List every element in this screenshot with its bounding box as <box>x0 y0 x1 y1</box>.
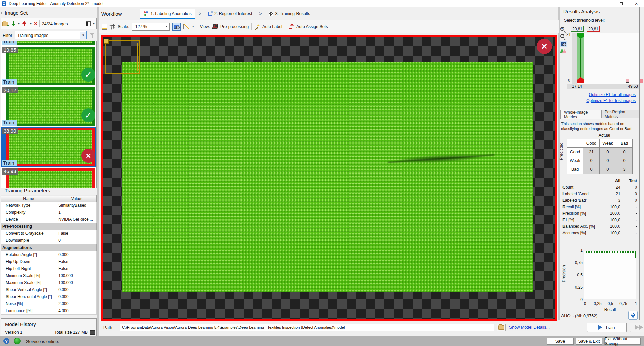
train-button[interactable]: Train <box>587 323 627 332</box>
scale-combobox[interactable]: 127 % ▼ <box>132 23 170 31</box>
confusion-cell: 0 <box>600 148 616 156</box>
bad-sample-marker-selected[interactable] <box>626 79 629 83</box>
close-button[interactable]: ✕ <box>629 0 644 7</box>
fit-chart-button[interactable] <box>560 41 567 47</box>
param-row: Flip Left-RightFalse <box>1 265 97 272</box>
param-value[interactable]: False <box>56 265 97 272</box>
chevron-down-icon[interactable]: ▼ <box>165 25 168 28</box>
fabric-image[interactable] <box>122 62 533 292</box>
browse-folder-button[interactable] <box>497 324 506 331</box>
param-value[interactable]: 0.000 <box>56 286 97 293</box>
image-thumbnail[interactable]: Train <box>1 41 96 46</box>
crop-grid-icon[interactable] <box>109 24 115 29</box>
param-value[interactable]: 0.000 <box>56 293 97 300</box>
training-parameters-table: Name Value Network TypeSimilarityBasedCo… <box>1 195 97 315</box>
param-value[interactable]: 0 <box>56 237 97 244</box>
param-value[interactable]: 2.000 <box>56 300 97 307</box>
param-value[interactable]: SimilarityBased <box>56 202 97 209</box>
path-input[interactable] <box>120 324 494 331</box>
param-value[interactable]: False <box>56 258 97 265</box>
help-icon[interactable]: ? <box>3 338 9 344</box>
maximize-button[interactable] <box>613 0 629 7</box>
model-total-size: Total size 127 MB <box>54 330 88 335</box>
image-thumbnail[interactable]: 38,90Train× <box>1 127 96 167</box>
zoom-out-icon[interactable]: − <box>560 34 566 40</box>
resume-button[interactable]: Resume <box>630 323 644 332</box>
threshold-handle-bottom[interactable] <box>577 77 584 83</box>
selection-handle[interactable] <box>104 39 109 44</box>
tab-labeling-anomalies[interactable]: 1. Labeling Anomalies <box>140 9 195 19</box>
metric-value-test: 0 <box>620 192 637 196</box>
filter-select[interactable]: Training images ▼ <box>15 31 87 39</box>
report-icon[interactable] <box>102 24 107 30</box>
save-button[interactable]: Save <box>547 338 574 345</box>
param-value[interactable]: NVIDIA GeForce ... <box>56 216 97 223</box>
thumbnail-image <box>6 87 95 126</box>
save-and-exit-button[interactable]: Save & Exit <box>576 338 602 345</box>
chevron-right-icon: > <box>199 11 201 16</box>
chevron-right-icon: > <box>259 11 262 16</box>
param-name: Flip Left-Right <box>1 265 56 272</box>
tab-per-region-metrics[interactable]: Per-Region Metrics <box>601 110 639 118</box>
chart-settings-button[interactable] <box>628 311 638 320</box>
filter-funnel-icon[interactable] <box>89 33 95 38</box>
thumbnail-list[interactable]: Train19,85Train✓20,12Train✓38,90Train×46… <box>1 41 97 188</box>
results-analysis-title: Results Analysis <box>563 9 600 14</box>
fit-image-icon <box>174 25 179 29</box>
tab-region-of-interest[interactable]: 2. Region of Interest <box>205 9 256 19</box>
magic-wand-icon[interactable] <box>254 24 260 29</box>
optimize-f1-test-link[interactable]: Optimize F1 for test images <box>586 98 636 103</box>
param-value[interactable]: 100.000 <box>56 279 97 286</box>
add-images-icon[interactable] <box>2 22 8 26</box>
threshold-plot-area[interactable] <box>572 33 639 84</box>
param-row: Luminance [%]4.000 <box>1 307 97 315</box>
metric-value-test: - <box>620 224 637 229</box>
selection-rectangle[interactable] <box>105 40 140 74</box>
threshold-red-value: 20,81 <box>587 26 600 32</box>
image-canvas[interactable]: × <box>101 35 557 321</box>
export-icon[interactable] <box>22 21 28 26</box>
export-dropdown-icon[interactable]: ▼ <box>30 23 32 25</box>
preprocessing-icon[interactable] <box>212 24 218 29</box>
auto-label-button[interactable]: Auto Label <box>262 24 282 29</box>
exit-without-saving-button[interactable]: Exit Without Saving <box>604 338 641 345</box>
image-thumbnail[interactable]: 46,93 <box>1 167 96 182</box>
auto-assign-sets-button[interactable]: Auto Assign Sets <box>296 24 328 29</box>
chevron-down-icon[interactable]: ▼ <box>80 32 86 39</box>
confusion-row: Bad003 <box>567 165 633 174</box>
param-value[interactable]: False <box>56 230 97 237</box>
param-value[interactable]: 4.000 <box>56 307 97 315</box>
param-value[interactable]: 0.000 <box>56 251 97 258</box>
import-icon[interactable] <box>10 21 16 26</box>
param-value[interactable]: 1 <box>56 209 97 216</box>
roi-dropdown-icon[interactable]: ▼ <box>192 25 194 28</box>
import-dropdown-icon[interactable]: ▼ <box>18 23 20 25</box>
pr-data-point <box>622 251 624 253</box>
preprocessing-label[interactable]: Pre-processing <box>220 24 249 29</box>
tab-whole-image-metrics[interactable]: Whole-Image Metrics <box>560 110 601 119</box>
metric-label: F1 [%] <box>562 218 599 222</box>
metric-value-all: 21 <box>599 192 620 196</box>
metric-value-test: - <box>620 205 637 209</box>
confusion-actual-label: Actual <box>573 133 636 138</box>
remove-image-button[interactable]: × <box>537 39 552 54</box>
optimize-f1-all-link[interactable]: Optimize F1 for all images <box>589 92 636 97</box>
image-thumbnail[interactable]: 19,85Train✓ <box>1 46 96 86</box>
roi-disabled-icon[interactable] <box>183 24 189 29</box>
tab-training-results[interactable]: 3. Training Results <box>265 9 314 19</box>
zoom-in-icon[interactable]: + <box>560 27 566 33</box>
model-history-options-icon[interactable] <box>90 330 95 335</box>
auto-assign-icon[interactable] <box>288 24 293 29</box>
display-mode-dropdown-icon[interactable]: ▼ <box>93 23 95 25</box>
display-mode-icon[interactable] <box>86 21 91 26</box>
threshold-slider-track[interactable] <box>577 34 584 82</box>
metric-value-all: 100,0 <box>599 218 620 222</box>
fit-to-window-button[interactable] <box>172 23 181 31</box>
histogram-icon[interactable] <box>560 48 566 53</box>
threshold-handle-top[interactable] <box>577 33 584 39</box>
minimize-button[interactable]: — <box>598 0 613 7</box>
param-value[interactable]: 100.000 <box>56 272 97 279</box>
delete-images-icon[interactable]: × <box>34 21 38 26</box>
show-model-details-link[interactable]: Show Model Details... <box>509 325 550 330</box>
image-thumbnail[interactable]: 20,12Train✓ <box>1 86 96 127</box>
